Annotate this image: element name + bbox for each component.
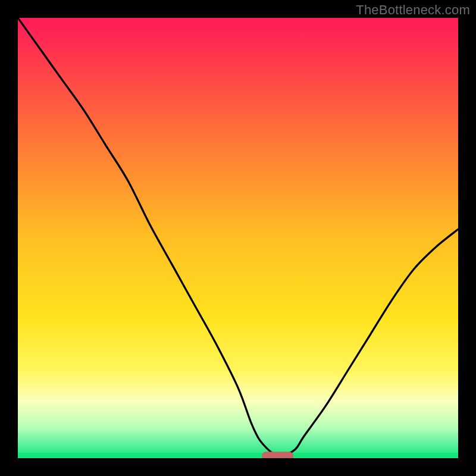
- bottleneck-chart: [18, 18, 458, 458]
- watermark-text: TheBottleneck.com: [356, 2, 470, 18]
- baseline-strip: [18, 453, 458, 458]
- chart-frame: TheBottleneck.com: [0, 0, 476, 476]
- gradient-background: [18, 18, 458, 458]
- optimum-marker: [262, 452, 293, 458]
